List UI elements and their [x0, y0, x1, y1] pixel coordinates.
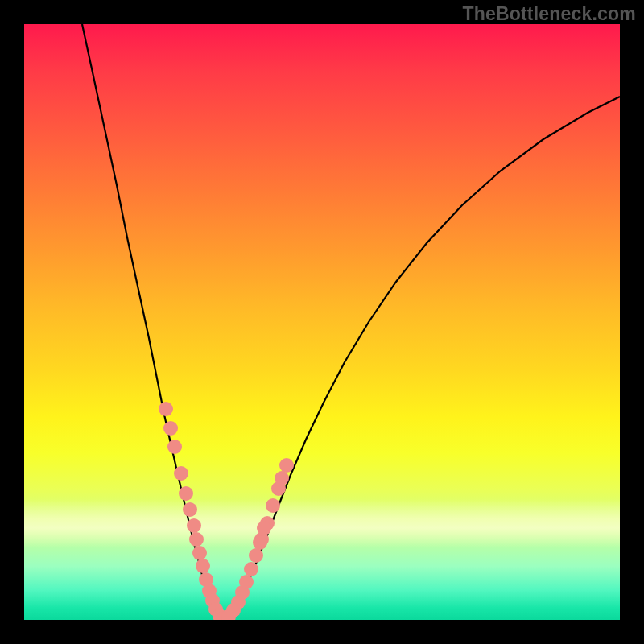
data-marker — [196, 559, 210, 573]
data-marker — [163, 421, 178, 436]
data-marker — [279, 458, 294, 473]
data-marker — [159, 402, 173, 416]
plot-area — [24, 24, 620, 620]
data-marker — [244, 562, 258, 576]
data-marker — [179, 486, 193, 501]
data-marker — [253, 535, 267, 550]
data-marker — [174, 466, 188, 481]
data-marker — [266, 498, 280, 513]
data-marker — [192, 546, 207, 560]
watermark-text: TheBottleneck.com — [462, 3, 636, 25]
data-marker — [249, 548, 263, 563]
data-marker — [189, 532, 204, 547]
right-curve — [221, 97, 620, 620]
data-marker — [187, 518, 201, 533]
data-marker — [239, 575, 254, 589]
marker-group — [159, 402, 294, 620]
curve-layer — [24, 24, 620, 620]
left-curve — [82, 24, 221, 620]
data-marker — [167, 440, 182, 454]
data-marker — [275, 471, 289, 485]
data-marker — [257, 521, 271, 535]
chart-frame: TheBottleneck.com — [0, 0, 644, 644]
data-marker — [183, 502, 197, 517]
